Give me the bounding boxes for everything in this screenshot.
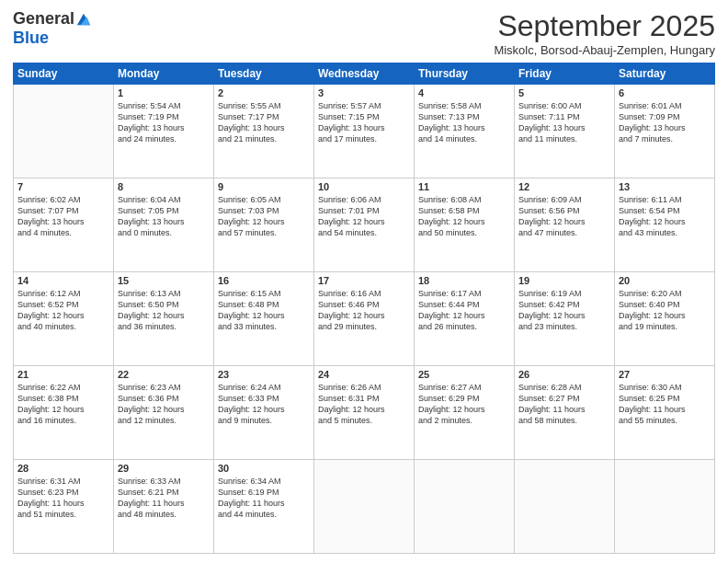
day-number: 5 — [518, 87, 610, 98]
day-info: Sunrise: 6:06 AM Sunset: 7:01 PM Dayligh… — [318, 194, 410, 239]
day-number: 9 — [218, 181, 310, 192]
header-tuesday: Tuesday — [214, 63, 314, 85]
table-row: 13Sunrise: 6:11 AM Sunset: 6:54 PM Dayli… — [615, 178, 715, 272]
day-number: 4 — [418, 87, 510, 98]
day-info: Sunrise: 6:33 AM Sunset: 6:21 PM Dayligh… — [118, 476, 210, 521]
table-row: 23Sunrise: 6:24 AM Sunset: 6:33 PM Dayli… — [214, 366, 314, 460]
table-row: 6Sunrise: 6:01 AM Sunset: 7:09 PM Daylig… — [615, 85, 715, 178]
table-row: 27Sunrise: 6:30 AM Sunset: 6:25 PM Dayli… — [615, 366, 715, 460]
header-saturday: Saturday — [615, 63, 715, 85]
table-row: 10Sunrise: 6:06 AM Sunset: 7:01 PM Dayli… — [314, 178, 415, 272]
header-friday: Friday — [515, 63, 615, 85]
day-number: 24 — [318, 369, 410, 380]
day-number: 22 — [118, 369, 210, 380]
day-number: 20 — [619, 275, 711, 286]
table-row — [615, 460, 715, 554]
logo-blue-text: Blue — [13, 29, 49, 48]
day-info: Sunrise: 6:13 AM Sunset: 6:50 PM Dayligh… — [118, 288, 210, 333]
day-number: 29 — [118, 463, 210, 474]
table-row: 30Sunrise: 6:34 AM Sunset: 6:19 PM Dayli… — [214, 460, 314, 554]
day-info: Sunrise: 6:08 AM Sunset: 6:58 PM Dayligh… — [418, 194, 510, 239]
day-number: 8 — [118, 181, 210, 192]
day-number: 1 — [118, 87, 210, 98]
table-row: 11Sunrise: 6:08 AM Sunset: 6:58 PM Dayli… — [415, 178, 515, 272]
calendar-week-row: 14Sunrise: 6:12 AM Sunset: 6:52 PM Dayli… — [14, 272, 715, 366]
day-info: Sunrise: 6:23 AM Sunset: 6:36 PM Dayligh… — [118, 382, 210, 427]
day-info: Sunrise: 6:31 AM Sunset: 6:23 PM Dayligh… — [17, 476, 109, 521]
table-row: 26Sunrise: 6:28 AM Sunset: 6:27 PM Dayli… — [515, 366, 615, 460]
table-row: 19Sunrise: 6:19 AM Sunset: 6:42 PM Dayli… — [515, 272, 615, 366]
table-row: 1Sunrise: 5:54 AM Sunset: 7:19 PM Daylig… — [114, 85, 214, 178]
header-wednesday: Wednesday — [314, 63, 415, 85]
day-number: 25 — [418, 369, 510, 380]
day-number: 7 — [17, 181, 109, 192]
day-number: 10 — [318, 181, 410, 192]
day-info: Sunrise: 6:04 AM Sunset: 7:05 PM Dayligh… — [118, 194, 210, 239]
day-number: 17 — [318, 275, 410, 286]
page-header: General Blue September 2025 Miskolc, Bor… — [13, 9, 715, 57]
table-row: 2Sunrise: 5:55 AM Sunset: 7:17 PM Daylig… — [214, 85, 314, 178]
day-info: Sunrise: 5:54 AM Sunset: 7:19 PM Dayligh… — [118, 100, 210, 145]
table-row: 14Sunrise: 6:12 AM Sunset: 6:52 PM Dayli… — [14, 272, 114, 366]
day-info: Sunrise: 6:11 AM Sunset: 6:54 PM Dayligh… — [619, 194, 711, 239]
day-number: 30 — [218, 463, 310, 474]
day-info: Sunrise: 6:20 AM Sunset: 6:40 PM Dayligh… — [619, 288, 711, 333]
day-info: Sunrise: 6:26 AM Sunset: 6:31 PM Dayligh… — [318, 382, 410, 427]
month-title: September 2025 — [494, 9, 715, 43]
day-number: 18 — [418, 275, 510, 286]
day-info: Sunrise: 6:27 AM Sunset: 6:29 PM Dayligh… — [418, 382, 510, 427]
table-row: 3Sunrise: 5:57 AM Sunset: 7:15 PM Daylig… — [314, 85, 415, 178]
day-number: 19 — [518, 275, 610, 286]
day-number: 16 — [218, 275, 310, 286]
day-number: 3 — [318, 87, 410, 98]
table-row: 12Sunrise: 6:09 AM Sunset: 6:56 PM Dayli… — [515, 178, 615, 272]
table-row: 17Sunrise: 6:16 AM Sunset: 6:46 PM Dayli… — [314, 272, 415, 366]
day-number: 12 — [518, 181, 610, 192]
calendar-week-row: 7Sunrise: 6:02 AM Sunset: 7:07 PM Daylig… — [14, 178, 715, 272]
calendar-week-row: 28Sunrise: 6:31 AM Sunset: 6:23 PM Dayli… — [14, 460, 715, 554]
table-row: 25Sunrise: 6:27 AM Sunset: 6:29 PM Dayli… — [415, 366, 515, 460]
day-number: 14 — [17, 275, 109, 286]
table-row: 7Sunrise: 6:02 AM Sunset: 7:07 PM Daylig… — [14, 178, 114, 272]
logo-general-text: General — [13, 9, 74, 29]
day-number: 28 — [17, 463, 109, 474]
day-info: Sunrise: 6:16 AM Sunset: 6:46 PM Dayligh… — [318, 288, 410, 333]
day-info: Sunrise: 5:57 AM Sunset: 7:15 PM Dayligh… — [318, 100, 410, 145]
day-number: 21 — [17, 369, 109, 380]
day-info: Sunrise: 6:30 AM Sunset: 6:25 PM Dayligh… — [619, 382, 711, 427]
location: Miskolc, Borsod-Abauj-Zemplen, Hungary — [494, 43, 715, 57]
day-number: 27 — [619, 369, 711, 380]
day-info: Sunrise: 6:01 AM Sunset: 7:09 PM Dayligh… — [619, 100, 711, 145]
table-row: 18Sunrise: 6:17 AM Sunset: 6:44 PM Dayli… — [415, 272, 515, 366]
day-info: Sunrise: 6:28 AM Sunset: 6:27 PM Dayligh… — [518, 382, 610, 427]
day-info: Sunrise: 6:15 AM Sunset: 6:48 PM Dayligh… — [218, 288, 310, 333]
logo: General Blue — [13, 9, 92, 48]
day-number: 6 — [619, 87, 711, 98]
day-info: Sunrise: 6:19 AM Sunset: 6:42 PM Dayligh… — [518, 288, 610, 333]
calendar-week-row: 1Sunrise: 5:54 AM Sunset: 7:19 PM Daylig… — [14, 85, 715, 178]
title-block: September 2025 Miskolc, Borsod-Abauj-Zem… — [494, 9, 715, 57]
day-info: Sunrise: 5:55 AM Sunset: 7:17 PM Dayligh… — [218, 100, 310, 145]
day-info: Sunrise: 6:34 AM Sunset: 6:19 PM Dayligh… — [218, 476, 310, 521]
table-row: 24Sunrise: 6:26 AM Sunset: 6:31 PM Dayli… — [314, 366, 415, 460]
day-number: 13 — [619, 181, 711, 192]
day-number: 2 — [218, 87, 310, 98]
table-row: 29Sunrise: 6:33 AM Sunset: 6:21 PM Dayli… — [114, 460, 214, 554]
table-row: 16Sunrise: 6:15 AM Sunset: 6:48 PM Dayli… — [214, 272, 314, 366]
day-info: Sunrise: 6:12 AM Sunset: 6:52 PM Dayligh… — [17, 288, 109, 333]
logo-icon — [75, 12, 92, 27]
table-row: 5Sunrise: 6:00 AM Sunset: 7:11 PM Daylig… — [515, 85, 615, 178]
header-monday: Monday — [114, 63, 214, 85]
table-row — [314, 460, 415, 554]
calendar-week-row: 21Sunrise: 6:22 AM Sunset: 6:38 PM Dayli… — [14, 366, 715, 460]
day-info: Sunrise: 5:58 AM Sunset: 7:13 PM Dayligh… — [418, 100, 510, 145]
table-row — [14, 85, 114, 178]
day-info: Sunrise: 6:24 AM Sunset: 6:33 PM Dayligh… — [218, 382, 310, 427]
table-row — [415, 460, 515, 554]
table-row: 4Sunrise: 5:58 AM Sunset: 7:13 PM Daylig… — [415, 85, 515, 178]
table-row: 21Sunrise: 6:22 AM Sunset: 6:38 PM Dayli… — [14, 366, 114, 460]
table-row: 15Sunrise: 6:13 AM Sunset: 6:50 PM Dayli… — [114, 272, 214, 366]
header-sunday: Sunday — [14, 63, 114, 85]
day-number: 26 — [518, 369, 610, 380]
header-thursday: Thursday — [415, 63, 515, 85]
